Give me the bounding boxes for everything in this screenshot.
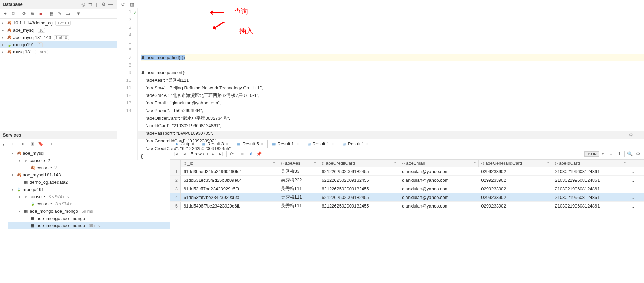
service-item[interactable]: ▦aoe_mongo.aoe_mongo bbox=[8, 215, 170, 222]
refresh-icon[interactable]: ⟳ bbox=[20, 10, 28, 18]
code-line[interactable]: "aoeGeneralIdCard": "0299233902", bbox=[141, 137, 644, 145]
cell[interactable]: 210302199608124861 bbox=[552, 167, 629, 176]
service-item[interactable]: ▾🍃mongo191 bbox=[8, 186, 170, 193]
grid-icon[interactable]: ▦ bbox=[128, 0, 136, 8]
code-line[interactable]: "aoeEmail": "qianxiulan@yahoo.com", bbox=[141, 99, 644, 107]
copy-icon[interactable]: ⧉ bbox=[10, 10, 17, 18]
cell[interactable]: 210302199608124861 bbox=[552, 193, 629, 202]
service-item[interactable]: ▦demo_cg.aoedata2 bbox=[8, 179, 170, 186]
code-line[interactable]: db.aoe_mongo.find({}) bbox=[141, 54, 644, 61]
cell[interactable]: qianxiulan@yahoo.com bbox=[399, 167, 478, 176]
code-editor[interactable]: ✔1234567891011121314 ⟵ 查询 ⟵ 插入 db.aoe_mo… bbox=[117, 8, 644, 160]
cell[interactable]: 吴秀梅111 bbox=[278, 202, 319, 210]
cell[interactable]: qianxiulan@yahoo.com bbox=[399, 176, 478, 184]
collapse-all-icon[interactable]: ⇤ bbox=[10, 140, 17, 148]
add-icon[interactable]: + bbox=[1, 10, 9, 18]
db-item-mysql181[interactable]: ▸🍂mysql1811 of 9 bbox=[0, 48, 117, 55]
table-row[interactable]: 361dd53cff7be23423929c6f9吴秀梅111621226250… bbox=[170, 184, 644, 193]
cell[interactable]: 6212262502009182455 bbox=[319, 176, 399, 184]
code-line[interactable]: db.aoe_mongo.insert({ bbox=[141, 69, 644, 77]
db-item-count: 10 bbox=[38, 28, 45, 33]
collapse-icon[interactable]: ⇆ bbox=[86, 1, 93, 8]
cell[interactable]: 0299233902 bbox=[478, 176, 552, 184]
service-item[interactable]: ▾⎚console3 s 974 ms bbox=[8, 193, 170, 200]
datasource-icon: 🍃 bbox=[7, 42, 12, 47]
services-tree: ▾🍂aoe_mysql▾⎚console_2🍂console_2▾🍂aoe_my… bbox=[8, 149, 170, 283]
service-label: aoe_mongo.aoe_mongo bbox=[37, 216, 85, 221]
table-row[interactable]: 561dd5406f7be23423929c6fb吴秀梅111621226250… bbox=[170, 202, 644, 210]
cell[interactable]: 吴秀梅33 bbox=[278, 167, 319, 176]
table-row[interactable]: 161dd3b5ed245b24960460fd1吴秀梅336212262502… bbox=[170, 167, 644, 176]
cell[interactable]: 6212262502009182455 bbox=[319, 184, 399, 193]
stop-icon[interactable]: ■ bbox=[37, 10, 44, 18]
cell[interactable]: 61dd53faf7be23423929c6fa bbox=[181, 193, 278, 202]
db-item-mongo191[interactable]: ▸🍃mongo1911 bbox=[0, 41, 117, 48]
table-row[interactable]: 461dd53faf7be23423929c6fa吴秀梅111621226250… bbox=[170, 193, 644, 202]
cell[interactable]: 61dd53cff7be23423929c6f9 bbox=[181, 184, 278, 193]
db-item-10.1.1.143demo_cg[interactable]: ▸🍂10.1.1.143demo_cg1 of 10 bbox=[0, 19, 117, 27]
cell[interactable]: 210302199608124861 bbox=[552, 202, 629, 210]
cell[interactable]: 0299233902 bbox=[478, 193, 552, 202]
cell[interactable]: 210302199608124861 bbox=[552, 184, 629, 193]
code-line[interactable]: "aoeOfficerCard": "武水电字第3632734号", bbox=[141, 114, 644, 122]
cell[interactable]: 6212262502009182455 bbox=[319, 193, 399, 202]
code-line[interactable]: "aoeIdCard": "210302199608124861", bbox=[141, 122, 644, 130]
cell[interactable]: 0299233902 bbox=[478, 202, 552, 210]
gear-icon[interactable]: ⚙ bbox=[100, 1, 107, 8]
cell[interactable]: 61dd531ec35f9d25b8b09e64 bbox=[181, 176, 278, 184]
service-item[interactable]: 🍂console_2 bbox=[8, 164, 170, 171]
code-line[interactable]: "aoePassport": "BWP018930705", bbox=[141, 130, 644, 137]
code-line[interactable]: "aoeAes": "吴秀梅111", bbox=[141, 77, 644, 84]
cell[interactable]: 61dd3b5ed245b24960460fd1 bbox=[181, 167, 278, 176]
column-header[interactable]: {}_id÷ bbox=[181, 160, 278, 167]
filter-icon[interactable]: 🔖 bbox=[37, 140, 44, 148]
minimize-icon[interactable]: — bbox=[107, 1, 114, 8]
table-icon[interactable]: ▦ bbox=[48, 10, 55, 18]
service-item[interactable]: ▦aoe_mongo.aoe_mongo69 ms bbox=[8, 222, 170, 229]
cell[interactable]: 210302199608124861 bbox=[552, 176, 629, 184]
column-header[interactable]: {}aoeGeneralIdCard÷ bbox=[478, 160, 552, 167]
code-line[interactable]: "aoeSm4": "Beijing Refining Network Tech… bbox=[141, 84, 644, 92]
cell[interactable]: qianxiulan@yahoo.com bbox=[399, 202, 478, 210]
column-header[interactable]: {}aoeAes÷ bbox=[278, 160, 319, 167]
cell[interactable]: qianxiulan@yahoo.com bbox=[399, 193, 478, 202]
db-item-aoe_mysql[interactable]: ▸🍂aoe_mysql10 bbox=[0, 27, 117, 34]
database-toolbar: + ⧉ ⟳ ≋ ■ ▦ ✎ ▭ ▼ bbox=[0, 9, 117, 19]
cell[interactable]: qianxiulan@yahoo.com bbox=[399, 184, 478, 193]
insert-annotation: 插入 bbox=[239, 27, 253, 34]
console-icon[interactable]: ▭ bbox=[64, 10, 72, 18]
cell[interactable]: 0299233902 bbox=[478, 184, 552, 193]
cell[interactable]: 6212262502009182455 bbox=[319, 202, 399, 210]
cell[interactable]: 61dd5406f7be23423929c6fb bbox=[181, 202, 278, 210]
code-line[interactable]: "aoeCreditCard": "6212262502009182455" bbox=[141, 145, 644, 152]
service-icon: 🍃 bbox=[30, 202, 35, 206]
code-line[interactable] bbox=[141, 61, 644, 69]
datasource-icon: 🍂 bbox=[7, 21, 12, 26]
db-item-aoe_mysql181-143[interactable]: ▸🍂aoe_mysql181-1431 of 10 bbox=[0, 34, 117, 41]
expand-icon[interactable]: ▸ bbox=[0, 141, 8, 148]
cell[interactable]: 吴秀梅222 bbox=[278, 176, 319, 184]
result-table[interactable]: {}_id÷{}aoeAes÷{}aoeCreditCard÷{}aoeEmai… bbox=[170, 159, 644, 283]
group-icon[interactable]: ⊞ bbox=[29, 140, 36, 148]
expand-all-icon[interactable]: ⇥ bbox=[18, 140, 25, 148]
target-icon[interactable]: ◎ bbox=[80, 1, 86, 8]
sync-icon[interactable]: ≋ bbox=[29, 10, 36, 18]
column-header[interactable]: {}aoeIdCard÷ bbox=[552, 160, 629, 167]
cell[interactable]: 吴秀梅111 bbox=[278, 184, 319, 193]
table-row[interactable]: 261dd531ec35f9d25b8b09e64吴秀梅222621226250… bbox=[170, 176, 644, 184]
column-header[interactable]: {}aoeCreditCard÷ bbox=[319, 160, 399, 167]
code-line[interactable]: "aoePhone": "15652996964", bbox=[141, 107, 644, 114]
column-header[interactable]: {}aoeEmail÷ bbox=[399, 160, 478, 167]
service-item[interactable]: 🍃console3 s 974 ms bbox=[8, 200, 170, 208]
service-item[interactable]: ▾🍂aoe_mysql181-143 bbox=[8, 171, 170, 179]
filter-icon[interactable]: ▼ bbox=[75, 10, 82, 18]
refresh-icon[interactable]: ⟳ bbox=[119, 0, 127, 8]
code-line[interactable]: }) bbox=[141, 152, 644, 160]
service-item[interactable]: ▾▦aoe_mongo.aoe_mongo69 ms bbox=[8, 208, 170, 215]
add-icon[interactable]: + bbox=[48, 140, 55, 148]
edit-icon[interactable]: ✎ bbox=[56, 10, 63, 18]
cell[interactable]: 0299233902 bbox=[478, 167, 552, 176]
cell[interactable]: 吴秀梅111 bbox=[278, 193, 319, 202]
code-line[interactable]: "aoeSm4A": "北京市海淀区北三环西路32号楼7层0710-1", bbox=[141, 92, 644, 99]
cell[interactable]: 6212262502009182455 bbox=[319, 167, 399, 176]
